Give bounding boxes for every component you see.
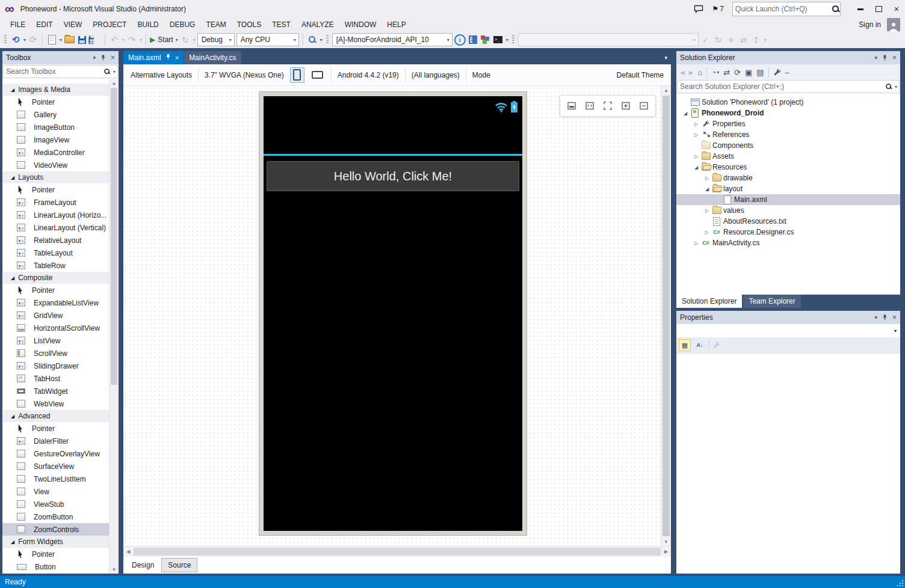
toolbar-grip[interactable] <box>4 35 7 44</box>
android-device-manager-icon[interactable] <box>468 33 478 46</box>
tree-expander-icon[interactable]: ▷ <box>692 154 700 159</box>
toolbox-item-button[interactable]: Button <box>2 560 110 573</box>
property-pages-icon[interactable] <box>712 341 720 349</box>
alphabetical-sort-icon[interactable]: A↓ <box>694 339 706 351</box>
hello-world-button[interactable]: Hello World, Click Me! <box>267 161 519 191</box>
tab-main-axml[interactable]: Main.axml × <box>123 51 184 64</box>
designer-horizontal-scrollbar[interactable]: ◀ ▶ <box>123 546 671 557</box>
toolbox-item-tabwidget[interactable]: TabWidget <box>2 385 110 397</box>
scroll-left-icon[interactable]: ◀ <box>123 547 133 556</box>
toolbox-item-pointer[interactable]: Pointer <box>2 96 110 108</box>
close-icon[interactable]: × <box>892 54 897 62</box>
tree-expander-icon[interactable]: ◢ <box>692 165 700 170</box>
navigate-back-icon[interactable]: ⟲ <box>10 33 21 46</box>
toolbox-item-webview[interactable]: WebView <box>2 397 110 410</box>
tree-expander-icon[interactable]: ▷ <box>692 240 700 246</box>
tree-item-mainactivity-cs[interactable]: ▷C#MainActivity.cs <box>676 237 900 248</box>
toolbox-item-imagebutton[interactable]: ImageButton <box>2 121 110 133</box>
toolbox-section-form-widgets[interactable]: ◢Form Widgets <box>2 536 110 548</box>
pin-icon[interactable] <box>165 54 171 62</box>
toolbox-item-mediacontroller[interactable]: MediaController <box>2 146 110 159</box>
toolbox-item-listview[interactable]: ListView <box>2 334 110 347</box>
toolbox-section-advanced[interactable]: ◢Advanced <box>2 410 110 422</box>
adb-console-icon[interactable]: >_ <box>493 33 504 46</box>
scrollbar-thumb[interactable] <box>111 88 117 385</box>
actual-size-icon[interactable] <box>583 98 596 114</box>
save-all-icon[interactable] <box>89 33 101 46</box>
menu-help[interactable]: HELP <box>381 18 411 31</box>
toolbox-item-imageview[interactable]: ImageView <box>2 133 110 146</box>
landscape-orientation-button[interactable] <box>310 67 325 83</box>
search-icon[interactable] <box>103 68 110 75</box>
restart-dropdown-icon[interactable]: ▾ <box>193 37 196 43</box>
tree-item-drawable[interactable]: ▷drawable <box>676 173 900 183</box>
toolbox-item-gridview[interactable]: GridView <box>2 309 110 322</box>
scrollbar-thumb[interactable] <box>134 548 661 556</box>
toolbox-item-surfaceview[interactable]: SurfaceView <box>2 460 110 473</box>
search-icon[interactable] <box>885 83 892 90</box>
back-icon[interactable]: ◀ <box>680 69 685 76</box>
sync-with-active-document-icon[interactable]: ◔▾ <box>711 68 719 77</box>
toolbar-grip[interactable] <box>512 35 514 44</box>
tree-expander-icon[interactable]: ▷ <box>703 230 711 235</box>
tree-item-components[interactable]: Components <box>676 140 900 151</box>
zoom-out-icon[interactable] <box>637 98 650 114</box>
tree-item-assets[interactable]: ▷Assets <box>676 151 900 162</box>
theme-select[interactable]: Default Theme <box>617 71 664 79</box>
device-target-select[interactable]: [A]-MonoForAndroid_API_10▾ <box>332 33 452 46</box>
tree-item-values[interactable]: ▷values <box>676 205 900 216</box>
menu-view[interactable]: VIEW <box>58 18 88 31</box>
find-in-files-icon[interactable] <box>307 33 318 46</box>
toolbox-item-relativelayout[interactable]: RelativeLayout <box>2 234 110 247</box>
start-dropdown-icon[interactable]: ▾ <box>176 37 178 43</box>
toolbox-item-horizontalscrollview[interactable]: HorizontalScrollView <box>2 322 110 334</box>
show-all-files-icon[interactable]: ▤ <box>756 68 764 77</box>
search-options-icon[interactable]: ▾ <box>113 69 116 75</box>
menu-debug[interactable]: DEBUG <box>164 18 201 31</box>
toolbox-item-dialerfilter[interactable]: DialerFilter <box>2 435 110 447</box>
menu-analyze[interactable]: ANALYZE <box>296 18 339 31</box>
device-log-icon[interactable]: i <box>454 33 466 46</box>
toolbox-scrollbar[interactable]: ▲ ▼ <box>109 79 119 574</box>
categorized-icon[interactable]: ▦ <box>679 339 691 351</box>
minimize-button[interactable] <box>857 8 863 10</box>
switch-views-icon[interactable]: ⇄ <box>723 68 730 77</box>
tree-item-main-axml[interactable]: Main.axml <box>676 194 900 205</box>
menu-test[interactable]: TEST <box>267 18 296 31</box>
search-options-icon[interactable]: ▾ <box>895 84 897 90</box>
properties-icon[interactable] <box>773 69 781 76</box>
new-project-dropdown-icon[interactable]: ▾ <box>60 37 62 43</box>
pin-icon[interactable] <box>100 54 106 61</box>
toolbox-item-expandablelistview[interactable]: ExpandableListView <box>2 296 110 309</box>
sign-in-link[interactable]: Sign in <box>859 20 881 29</box>
resize-grip[interactable] <box>896 579 903 586</box>
home-icon[interactable]: ⌂ <box>697 68 702 77</box>
solution-configuration-select[interactable]: Debug▾ <box>197 33 235 46</box>
scroll-down-icon[interactable]: ▼ <box>112 565 117 574</box>
save-icon[interactable] <box>76 33 87 46</box>
toolbox-item-pointer[interactable]: Pointer <box>2 548 110 560</box>
android-sdk-manager-icon[interactable] <box>480 33 491 46</box>
zoom-in-icon[interactable] <box>619 98 632 114</box>
toolbox-item-pointer[interactable]: Pointer <box>2 284 110 296</box>
navigate-back-dropdown-icon[interactable]: ▾ <box>23 37 26 43</box>
toolbox-item-viewstub[interactable]: ViewStub <box>2 498 110 510</box>
solution-platform-select[interactable]: Any CPU▾ <box>236 33 299 46</box>
toolbox-item-view[interactable]: View <box>2 485 110 498</box>
toolbox-item-twolinelistitem[interactable]: TwoLineListItem <box>2 473 110 485</box>
tab-source[interactable]: Source <box>161 558 197 572</box>
tree-item-resources[interactable]: ◢Resources <box>676 162 900 173</box>
tree-item-resource-designer-cs[interactable]: ▷C#Resource.Designer.cs <box>676 227 900 237</box>
portrait-orientation-button[interactable] <box>290 67 304 83</box>
feedback-icon[interactable] <box>694 5 703 13</box>
tab-design[interactable]: Design <box>126 558 160 572</box>
menu-file[interactable]: FILE <box>5 18 31 31</box>
alternative-layouts-button[interactable]: Alternative Layouts <box>131 71 192 79</box>
solution-explorer-search-input[interactable] <box>678 82 885 91</box>
android-version-select[interactable]: Android 4.4.2 (v19) <box>338 71 399 79</box>
toolbox-section-composite[interactable]: ◢Composite <box>2 272 110 284</box>
tree-item-properties[interactable]: ▷Properties <box>676 118 900 129</box>
quick-launch-input[interactable] <box>733 5 832 13</box>
window-position-icon[interactable]: ▾ <box>93 55 96 61</box>
tree-expander-icon[interactable]: ◢ <box>703 186 711 192</box>
